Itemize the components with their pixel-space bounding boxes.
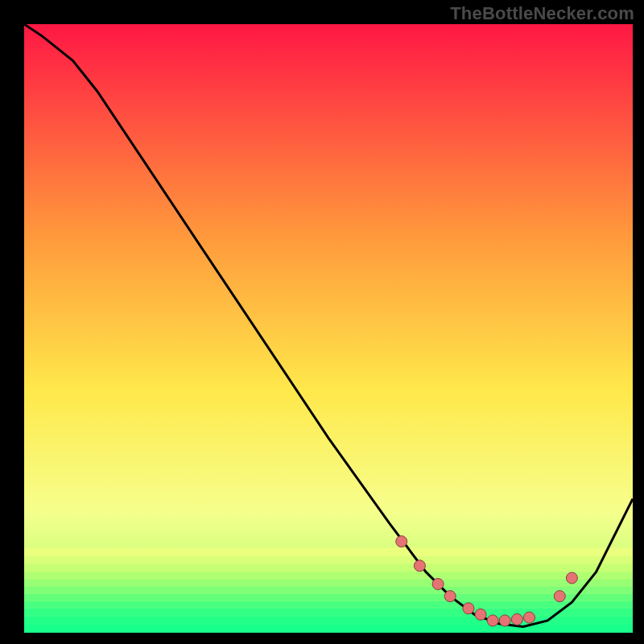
marker-point	[444, 591, 456, 602]
marker-point	[499, 615, 510, 626]
marker-point	[396, 536, 407, 547]
gradient-background	[24, 24, 633, 633]
marker-point	[475, 609, 486, 620]
gradient-band	[24, 601, 633, 609]
gradient-band	[24, 564, 633, 572]
gradient-band	[24, 557, 633, 564]
marker-point	[554, 591, 565, 602]
marker-point	[511, 613, 522, 625]
marker-point	[414, 560, 425, 572]
chart-svg	[24, 24, 633, 633]
marker-point	[487, 615, 498, 626]
marker-point	[432, 579, 444, 590]
plot-area	[24, 24, 633, 633]
gradient-band	[24, 547, 633, 556]
gradient-band	[24, 580, 633, 587]
watermark-text: TheBottleNecker.com	[450, 3, 634, 24]
gradient-band	[24, 594, 633, 601]
marker-point	[566, 572, 577, 584]
chart-frame: TheBottleNecker.com	[0, 0, 644, 644]
gradient-band	[24, 587, 633, 594]
gradient-band	[24, 572, 633, 579]
marker-point	[463, 603, 474, 614]
marker-point	[524, 612, 535, 623]
gradient-band	[24, 624, 633, 633]
bottom-bands	[24, 547, 633, 633]
gradient-band	[24, 609, 633, 617]
